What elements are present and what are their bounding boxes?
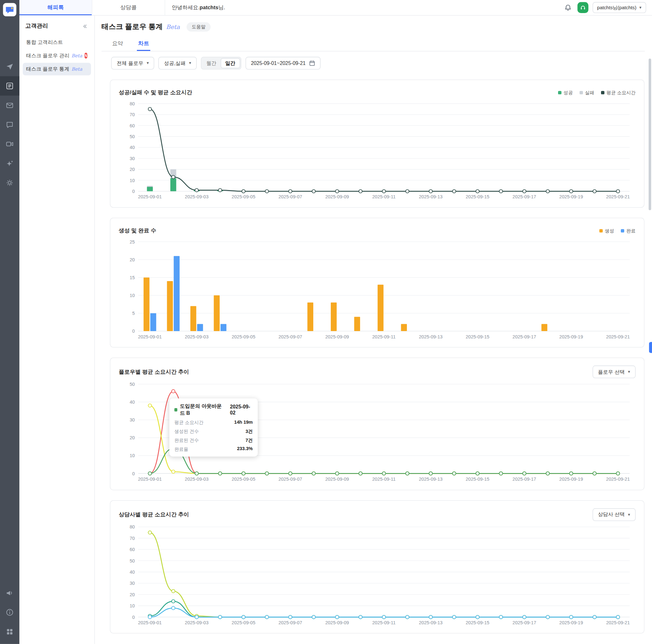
- svg-text:2025-09-03: 2025-09-03: [185, 477, 209, 482]
- chevron-down-icon: ▾: [147, 61, 149, 65]
- page-tabs: 요약 차트: [102, 36, 645, 51]
- svg-text:2025-09-11: 2025-09-11: [372, 620, 396, 625]
- apps-icon[interactable]: [0, 622, 20, 641]
- svg-text:2025-09-05: 2025-09-05: [232, 334, 255, 339]
- sidebar-item-customer-list[interactable]: 통합 고객리스트: [23, 36, 91, 48]
- agent-select-dropdown[interactable]: 상담사 선택 ▾: [593, 508, 635, 521]
- svg-text:2025-09-09: 2025-09-09: [325, 194, 349, 199]
- svg-text:2025-09-21: 2025-09-21: [606, 620, 630, 625]
- svg-text:40: 40: [130, 145, 135, 150]
- svg-text:30: 30: [130, 156, 135, 161]
- topbar-tab-happytalk[interactable]: 해피톡: [20, 0, 92, 15]
- svg-text:2025-09-05: 2025-09-05: [232, 620, 255, 625]
- main-scrollbar-thumb[interactable]: [649, 59, 651, 210]
- board-icon[interactable]: [0, 76, 20, 96]
- svg-text:20: 20: [130, 592, 135, 597]
- chart-tooltip: 도입문의 아웃바운드 B 2025-09-02 평균 소요시간14h 19m 생…: [169, 399, 258, 457]
- info-icon[interactable]: [0, 602, 20, 622]
- user-menu[interactable]: patchts님(patchts) ▾: [593, 2, 646, 13]
- svg-text:30: 30: [130, 418, 135, 423]
- send-icon[interactable]: [0, 57, 20, 76]
- tab-summary[interactable]: 요약: [111, 36, 124, 51]
- svg-text:2025-09-09: 2025-09-09: [325, 334, 349, 339]
- help-button[interactable]: 도움말: [187, 22, 211, 31]
- svg-text:10: 10: [130, 453, 135, 458]
- svg-text:2025-09-17: 2025-09-17: [513, 477, 536, 482]
- svg-text:2025-09-15: 2025-09-15: [466, 334, 489, 339]
- svg-text:2025-09-15: 2025-09-15: [466, 620, 489, 625]
- chart-card-agent-duration: 상담사별 평균 소요시간 추이 상담사 선택 ▾ 010203040506070…: [110, 500, 644, 633]
- svg-text:2025-09-19: 2025-09-19: [559, 194, 583, 199]
- sparkles-icon[interactable]: [0, 154, 20, 173]
- chevron-down-icon: ▾: [639, 5, 642, 9]
- megaphone-icon[interactable]: [0, 583, 20, 602]
- svg-text:2025-09-07: 2025-09-07: [278, 477, 302, 482]
- period-monthly-button[interactable]: 월간: [202, 58, 221, 69]
- tooltip-series-name: 도입문의 아웃바운드 B: [180, 403, 226, 417]
- chart-card-created-completed: 생성 및 완료 수 생성완료 05101520252025-09-012025-…: [110, 218, 644, 348]
- svg-text:80: 80: [130, 524, 135, 529]
- tooltip-row-label: 완료율: [174, 446, 188, 453]
- agent-select-label: 상담사 선택: [598, 511, 625, 518]
- agent-duration-chart[interactable]: 010203040506070802025-09-012025-09-03202…: [119, 522, 635, 628]
- svg-text:2025-09-07: 2025-09-07: [278, 334, 302, 339]
- svg-text:2025-09-01: 2025-09-01: [138, 334, 162, 339]
- tooltip-row-label: 완료된 건수: [174, 437, 199, 444]
- date-range-picker[interactable]: 2025-09-01~2025-09-21: [245, 57, 320, 70]
- mail-icon[interactable]: [0, 96, 20, 115]
- svg-text:2025-09-13: 2025-09-13: [419, 334, 442, 339]
- greeting-username: patchts: [199, 5, 218, 11]
- success-fail-chart[interactable]: 010203040506070802025-09-012025-09-03202…: [119, 99, 635, 202]
- svg-text:2025-09-17: 2025-09-17: [513, 620, 536, 625]
- svg-text:20: 20: [130, 435, 135, 440]
- svg-text:2025-09-11: 2025-09-11: [372, 334, 396, 339]
- chart-legend: 생성완료: [599, 227, 636, 234]
- svg-text:2025-09-09: 2025-09-09: [325, 477, 349, 482]
- tooltip-row-value: 3건: [245, 428, 253, 435]
- chat-icon[interactable]: [0, 115, 20, 134]
- notification-bell-icon[interactable]: [563, 3, 573, 13]
- tab-chart[interactable]: 차트: [137, 36, 150, 51]
- svg-text:2025-09-01: 2025-09-01: [138, 194, 162, 199]
- flow-select-dropdown[interactable]: 플로우 선택 ▾: [593, 366, 635, 378]
- topbar: 해피톡 상담콜 안녕하세요.patchts 님. patchts님(patcht…: [20, 0, 652, 16]
- happytalk-logo-icon[interactable]: [3, 3, 16, 16]
- legend-swatch: [621, 229, 624, 233]
- svg-text:2025-09-03: 2025-09-03: [185, 334, 209, 339]
- svg-text:10: 10: [130, 293, 135, 298]
- svg-text:2025-09-07: 2025-09-07: [278, 620, 302, 625]
- legend-item: 생성: [599, 227, 614, 234]
- sidebar-collapse-icon[interactable]: [82, 23, 88, 29]
- svg-text:20: 20: [130, 257, 135, 262]
- svg-text:2025-09-01: 2025-09-01: [138, 620, 162, 625]
- svg-text:2025-09-15: 2025-09-15: [466, 477, 489, 482]
- svg-text:2025-09-07: 2025-09-07: [278, 194, 302, 199]
- svg-text:2025-09-21: 2025-09-21: [606, 194, 630, 199]
- gear-icon[interactable]: [0, 173, 20, 193]
- sidebar-item-taskflow-manage[interactable]: 태스크 플로우 관리 Beta N: [23, 49, 91, 62]
- result-filter-dropdown[interactable]: 성공,실패 ▾: [159, 57, 197, 70]
- svg-text:2025-09-13: 2025-09-13: [419, 477, 442, 482]
- user-menu-label: patchts님(patchts): [597, 4, 636, 11]
- flow-filter-dropdown[interactable]: 전체 플로우 ▾: [111, 57, 154, 70]
- flow-filter-label: 전체 플로우: [116, 59, 143, 66]
- svg-text:2025-09-19: 2025-09-19: [559, 334, 583, 339]
- svg-text:0: 0: [132, 471, 135, 476]
- svg-text:50: 50: [130, 558, 135, 563]
- legend-item: 성공: [558, 89, 573, 96]
- legend-item: 실패: [579, 89, 594, 96]
- sidebar-item-taskflow-stats[interactable]: 태스크 플로우 통계 Beta: [23, 63, 91, 76]
- period-daily-button[interactable]: 일간: [221, 58, 240, 69]
- svg-text:2025-09-13: 2025-09-13: [419, 194, 442, 199]
- created-completed-chart[interactable]: 05101520252025-09-012025-09-032025-09-05…: [119, 238, 635, 342]
- headset-button[interactable]: [577, 2, 588, 13]
- edge-indicator[interactable]: [649, 342, 652, 353]
- video-icon[interactable]: [0, 134, 20, 154]
- legend-swatch: [579, 91, 583, 95]
- new-badge: N: [84, 53, 87, 59]
- svg-text:2025-09-01: 2025-09-01: [138, 477, 162, 482]
- svg-text:5: 5: [132, 311, 135, 316]
- svg-text:10: 10: [130, 178, 135, 183]
- greeting-suffix: 님.: [218, 4, 225, 11]
- topbar-tab-call[interactable]: 상담콜: [92, 0, 165, 15]
